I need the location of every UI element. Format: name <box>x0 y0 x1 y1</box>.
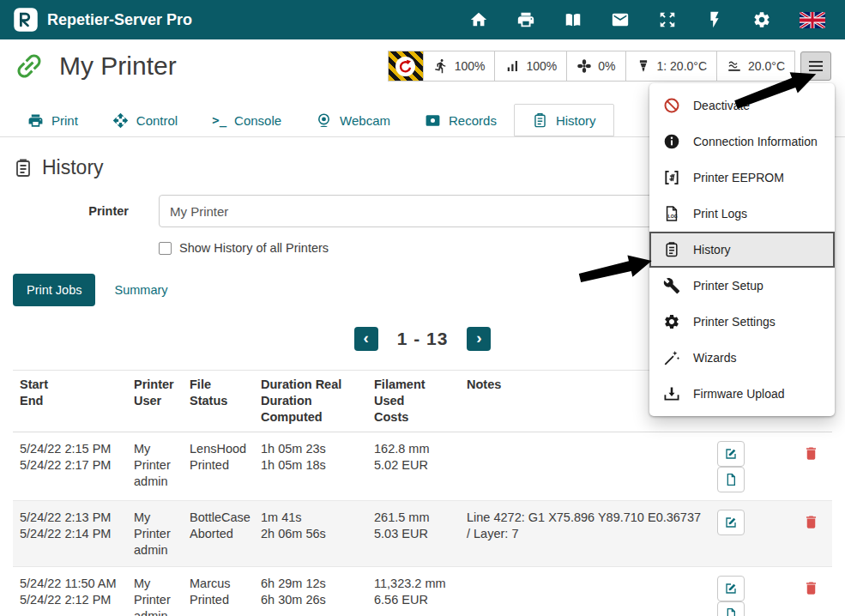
tab-console-label: Console <box>234 113 281 128</box>
extruder-temp-status[interactable]: 1: 20.0°C <box>625 51 717 81</box>
speed-status[interactable]: 100% <box>423 51 495 81</box>
home-icon[interactable] <box>469 10 488 29</box>
edit-note-button[interactable] <box>717 576 745 601</box>
history-icon <box>663 241 680 258</box>
edit-note-button[interactable] <box>717 441 745 467</box>
fan-value: 0% <box>598 59 615 73</box>
col-filament-costs: Filament UsedCosts <box>367 371 460 432</box>
wand-icon <box>663 349 680 366</box>
tab-console[interactable]: >_ Console <box>195 104 299 136</box>
history-heading-icon <box>13 158 33 178</box>
menu-item-print-logs[interactable]: LOG Print Logs <box>649 196 835 232</box>
messages-mail-icon[interactable] <box>611 10 630 29</box>
menu-item-label: Printer Settings <box>693 315 776 329</box>
bed-temp-status[interactable]: 20.0°C <box>716 51 794 81</box>
table-row: 5/24/22 11:50 AM5/24/22 2:12 PM My Print… <box>13 567 832 616</box>
menu-item-label: Connection Information <box>693 135 818 148</box>
heated-bed-icon <box>727 58 742 74</box>
flow-status[interactable]: 100% <box>494 51 566 81</box>
extruder-temp-value: 1: 20.0°C <box>657 59 708 73</box>
menu-item-connection-information[interactable]: Connection Information <box>649 124 835 160</box>
menu-item-printer-eeprom[interactable]: Printer EEPROM <box>649 160 835 196</box>
edit-icon <box>724 447 738 461</box>
emergency-stop-button[interactable] <box>389 51 423 81</box>
pdf-report-button[interactable] <box>717 601 745 616</box>
table-row: 5/24/22 2:15 PM5/24/22 2:17 PM My Printe… <box>13 432 832 501</box>
svg-text:LOG: LOG <box>668 214 678 219</box>
wrench-icon <box>663 277 680 294</box>
app-title: Repetier-Server Pro <box>47 11 192 29</box>
connected-link-icon[interactable] <box>6 43 52 89</box>
pdf-file-icon <box>724 607 738 616</box>
info-icon <box>663 133 680 150</box>
table-row: 5/24/22 2:13 PM5/24/22 2:14 PM My Printe… <box>13 501 832 567</box>
show-all-printers-label: Show History of all Printers <box>179 241 329 255</box>
pdf-file-icon <box>724 473 738 486</box>
tab-history-label: History <box>556 113 596 128</box>
firmware-upload-icon <box>663 385 680 402</box>
printer-select-value: My Printer <box>170 204 228 219</box>
delete-entry-icon[interactable] <box>803 580 819 596</box>
tab-print-label: Print <box>51 113 78 128</box>
next-page-button[interactable]: › <box>467 327 491 351</box>
pdf-report-button[interactable] <box>717 467 745 492</box>
console-prompt-icon: >_ <box>212 113 226 127</box>
menu-item-printer-setup[interactable]: Printer Setup <box>649 268 835 304</box>
printer-icon[interactable] <box>516 10 535 29</box>
language-flag-uk-icon[interactable] <box>800 12 825 28</box>
show-all-printers-checkbox[interactable] <box>159 242 172 255</box>
edit-icon <box>724 582 738 595</box>
delete-entry-icon[interactable] <box>803 445 819 462</box>
tab-records[interactable]: Records <box>407 104 514 136</box>
gcodes-book-icon[interactable] <box>564 10 582 29</box>
tab-control[interactable]: Control <box>95 104 195 136</box>
flow-bars-icon <box>504 58 520 74</box>
gear-icon <box>663 313 680 330</box>
bed-temp-value: 20.0°C <box>748 59 785 73</box>
fan-icon <box>576 58 592 74</box>
speed-value: 100% <box>455 59 486 73</box>
menu-item-deactivate[interactable]: Deactivate <box>649 88 835 124</box>
tab-webcam[interactable]: Webcam <box>299 104 407 136</box>
global-settings-gear-icon[interactable] <box>752 10 771 29</box>
history-clipboard-icon <box>532 112 548 129</box>
tab-history[interactable]: History <box>514 104 614 136</box>
menu-item-label: Printer Setup <box>693 279 764 293</box>
tab-print[interactable]: Print <box>10 104 95 136</box>
delete-entry-icon[interactable] <box>803 514 819 530</box>
printer-select-label: Printer <box>13 204 129 218</box>
col-printer-user: PrinterUser <box>127 371 183 432</box>
printer-title: My Printer <box>59 51 177 81</box>
printer-dropdown-menu: Deactivate Connection Information Printe… <box>649 83 835 416</box>
speed-runner-icon <box>433 58 449 74</box>
print-icon <box>27 112 44 129</box>
print-jobs-button[interactable]: Print Jobs <box>13 274 95 306</box>
menu-item-label: Printer EEPROM <box>693 171 784 184</box>
tab-records-label: Records <box>449 113 497 128</box>
extruder-nozzle-icon <box>636 58 651 74</box>
deactivate-icon <box>663 97 680 114</box>
col-start-end: StartEnd <box>13 371 127 432</box>
quick-actions-bolt-icon[interactable] <box>705 10 724 29</box>
control-arrows-icon <box>112 112 129 129</box>
menu-item-firmware-upload[interactable]: Firmware Upload <box>649 376 835 412</box>
fan-status[interactable]: 0% <box>566 51 625 81</box>
edit-icon <box>724 516 738 529</box>
printer-menu-button[interactable] <box>800 51 831 81</box>
edit-note-button[interactable] <box>717 510 745 535</box>
summary-link[interactable]: Summary <box>114 283 167 297</box>
tab-webcam-label: Webcam <box>340 113 390 128</box>
menu-item-label: Deactivate <box>693 99 750 112</box>
col-duration: Duration RealDuration Computed <box>254 371 367 432</box>
flow-value: 100% <box>526 59 557 73</box>
prev-page-button[interactable]: ‹ <box>354 327 378 351</box>
menu-item-label: Firmware Upload <box>693 387 785 401</box>
repetier-logo-icon[interactable] <box>13 7 39 33</box>
webcam-icon <box>316 112 332 129</box>
menu-item-printer-settings[interactable]: Printer Settings <box>649 304 835 340</box>
reset-arrow-icon <box>395 57 415 76</box>
menu-item-history[interactable]: History <box>649 232 835 268</box>
fullscreen-icon[interactable] <box>658 10 677 29</box>
page-range: 1 - 13 <box>397 329 449 349</box>
menu-item-wizards[interactable]: Wizards <box>649 340 835 376</box>
